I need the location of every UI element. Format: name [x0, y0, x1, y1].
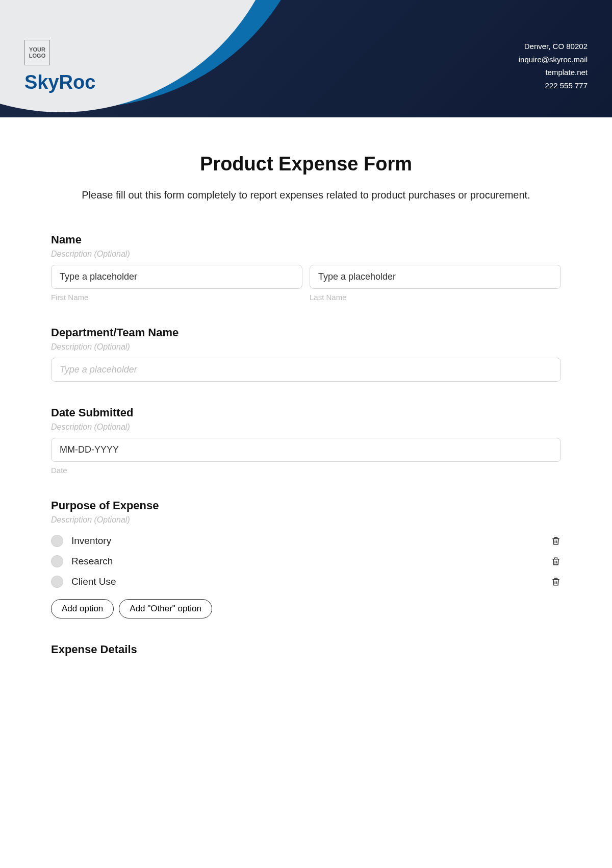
input-caption: Last Name — [310, 293, 561, 302]
radio-option[interactable]: Inventory — [51, 531, 561, 551]
trash-icon[interactable] — [551, 535, 561, 547]
field-date: Date Submitted Description (Optional) Da… — [51, 406, 561, 475]
contact-site: template.net — [519, 66, 588, 79]
input-caption: First Name — [51, 293, 302, 302]
expense-details-heading: Expense Details — [51, 643, 561, 656]
radio-option[interactable]: Client Use — [51, 572, 561, 592]
form-description: Please fill out this form completely to … — [51, 187, 561, 203]
field-label: Purpose of Expense — [51, 499, 561, 512]
radio-label: Client Use — [71, 576, 551, 587]
trash-icon[interactable] — [551, 576, 561, 587]
radio-option[interactable]: Research — [51, 551, 561, 572]
header-contact: Denver, CO 80202 inquire@skyroc.mail tem… — [519, 40, 588, 92]
field-sublabel: Description (Optional) — [51, 515, 561, 525]
trash-icon[interactable] — [551, 556, 561, 567]
field-sublabel: Description (Optional) — [51, 342, 561, 352]
radio-label: Inventory — [71, 535, 551, 547]
radio-icon — [51, 576, 63, 588]
contact-email: inquire@skyroc.mail — [519, 53, 588, 66]
field-purpose: Purpose of Expense Description (Optional… — [51, 499, 561, 618]
date-input[interactable] — [51, 438, 561, 462]
field-department: Department/Team Name Description (Option… — [51, 326, 561, 382]
department-input[interactable] — [51, 358, 561, 382]
field-sublabel: Description (Optional) — [51, 250, 561, 259]
field-sublabel: Description (Optional) — [51, 423, 561, 432]
field-label: Name — [51, 233, 561, 246]
contact-address: Denver, CO 80202 — [519, 40, 588, 53]
field-name: Name Description (Optional) First Name L… — [51, 233, 561, 302]
radio-icon — [51, 535, 63, 547]
company-name: SkyRoc — [24, 71, 95, 93]
first-name-input[interactable] — [51, 265, 302, 289]
form-content: Product Expense Form Please fill out thi… — [0, 117, 612, 677]
field-label: Department/Team Name — [51, 326, 561, 339]
radio-label: Research — [71, 556, 551, 567]
add-other-option-button[interactable]: Add "Other" option — [119, 599, 212, 618]
last-name-input[interactable] — [310, 265, 561, 289]
radio-icon — [51, 555, 63, 567]
form-title: Product Expense Form — [51, 153, 561, 175]
add-option-button[interactable]: Add option — [51, 599, 114, 618]
page-header: YOUR LOGO SkyRoc Denver, CO 80202 inquir… — [0, 0, 612, 117]
logo-placeholder: YOUR LOGO — [24, 40, 50, 65]
input-caption: Date — [51, 466, 561, 475]
field-label: Date Submitted — [51, 406, 561, 419]
header-left: YOUR LOGO SkyRoc — [24, 40, 95, 93]
contact-phone: 222 555 777 — [519, 79, 588, 92]
